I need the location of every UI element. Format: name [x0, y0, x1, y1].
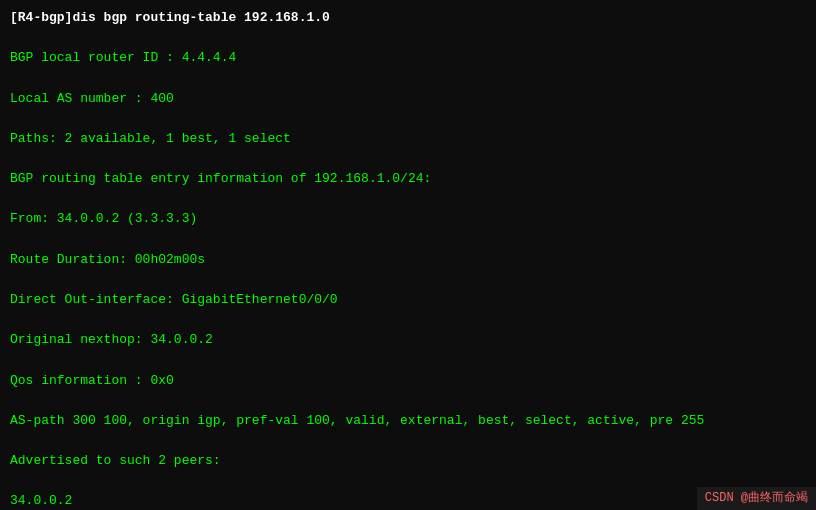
output-line-2: Local AS number : 400 [10, 89, 806, 109]
output-line-3: Paths: 2 available, 1 best, 1 select [10, 129, 806, 149]
watermark: CSDN @曲终而命竭 [697, 487, 816, 510]
output-line-9: Qos information : 0x0 [10, 371, 806, 391]
command-line: [R4-bgp]dis bgp routing-table 192.168.1.… [10, 10, 330, 25]
output-line-6: Route Duration: 00h02m00s [10, 250, 806, 270]
output-line-10: AS-path 300 100, origin igp, pref-val 10… [10, 411, 806, 431]
output-line-4: BGP routing table entry information of 1… [10, 169, 806, 189]
output-line-1: BGP local router ID : 4.4.4.4 [10, 48, 806, 68]
output-line-7: Direct Out-interface: GigabitEthernet0/0… [10, 290, 806, 310]
info-text-1: information [197, 171, 283, 186]
output-line-5: From: 34.0.0.2 (3.3.3.3) [10, 209, 806, 229]
output-line-12: 34.0.0.2 [10, 491, 806, 510]
terminal-window: [R4-bgp]dis bgp routing-table 192.168.1.… [0, 0, 816, 510]
output-line-8: Original nexthop: 34.0.0.2 [10, 330, 806, 350]
output-line-11: Advertised to such 2 peers: [10, 451, 806, 471]
